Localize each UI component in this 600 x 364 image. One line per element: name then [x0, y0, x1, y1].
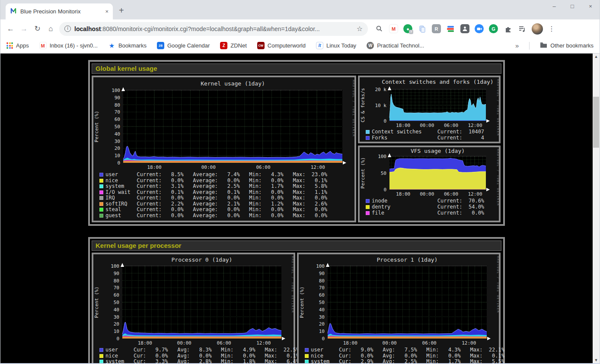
bookmark-computerworld[interactable]: CW Computerworld: [257, 42, 306, 49]
svg-text:Context switches and forks (1: Context switches and forks (1day): [382, 79, 493, 85]
section-title: Kernel usage per processor: [92, 241, 501, 251]
scroll-down-arrow[interactable]: ▼: [593, 358, 600, 362]
omnibox[interactable]: i localhost:8080/monitorix-cgi/monitorix…: [59, 22, 368, 36]
legend-row: Context switches Current: 10407: [366, 129, 484, 135]
svg-text:0: 0: [383, 187, 386, 193]
svg-text:40: 40: [319, 307, 325, 313]
legend-row: softIRQ Current: 2.2% Average: 2.1% Min:…: [99, 201, 327, 207]
svg-text:12:00: 12:00: [256, 340, 271, 346]
other-bookmarks[interactable]: Other bookmarks: [540, 42, 594, 50]
url-text: localhost:8080/monitorix-cgi/monitorix.c…: [74, 25, 353, 32]
maximize-button[interactable]: □: [563, 1, 581, 12]
bookmark-inbox[interactable]: M Inbox (16) - sjvn0...: [39, 42, 98, 49]
chat-badge: ?: [409, 30, 413, 34]
legend-text: nice Current: 0.0% Average: 0.0% Min: 0.…: [105, 178, 327, 184]
bookmark-zdnet[interactable]: Z ZDNet: [220, 42, 247, 49]
bookmark-practical-technology[interactable]: W Practical Technol...: [367, 42, 424, 49]
svg-text:18:00: 18:00: [343, 340, 357, 346]
extension-icons: M ●? R G ⋮: [375, 23, 554, 35]
blue-star-icon: ★: [108, 42, 115, 49]
svg-text:0: 0: [116, 336, 119, 342]
bookmark-label: Linux Today: [326, 42, 356, 49]
folder-icon: [540, 42, 547, 50]
forward-button[interactable]: →: [17, 25, 31, 33]
extensions-puzzle-icon[interactable]: [503, 24, 512, 33]
svg-text:20 k: 20 k: [375, 87, 387, 92]
legend-row: guest Current: 0.0% Average: 0.0% Min: 0…: [99, 213, 327, 219]
svg-text:60: 60: [319, 292, 325, 298]
vertical-scrollbar[interactable]: ▲ ▼: [593, 54, 600, 363]
svg-text:60: 60: [115, 117, 120, 122]
profile-avatar[interactable]: [532, 23, 543, 35]
bookmarks-overflow-chevron[interactable]: »: [515, 42, 519, 49]
grammarly-icon[interactable]: G: [489, 24, 498, 33]
legend-swatch: [99, 214, 103, 218]
account-dark-icon[interactable]: [460, 24, 469, 33]
legend-swatch: [99, 196, 103, 200]
context-switches-graph[interactable]: Context switches and forks (1day)010 k20…: [358, 76, 501, 143]
legend-row: inode Current: 70.6%: [366, 198, 484, 204]
legend-swatch: [99, 208, 103, 212]
bookmark-google-calendar[interactable]: 28 Google Calendar: [157, 42, 210, 49]
tab-title: Blue Precision Monitorix: [20, 8, 102, 15]
processor-0-legend: user Cur: 9.7% Avg: 8.3% Min: 4.9% Max: …: [99, 347, 299, 363]
home-button[interactable]: ⌂: [44, 25, 57, 33]
svg-text:Kernel usage (1day): Kernel usage (1day): [201, 80, 265, 87]
menu-kebab-icon[interactable]: ⋮: [548, 25, 554, 33]
processor-1-graph[interactable]: Processor 1 (1day)0102030405060708090100…: [297, 253, 501, 363]
svg-text:50: 50: [319, 300, 325, 305]
reload-button[interactable]: ↻: [31, 24, 44, 33]
svg-text:RRDTOOL / TOBI OETIKER: RRDTOOL / TOBI OETIKER: [352, 80, 354, 137]
search-icon[interactable]: [375, 24, 384, 33]
zoom-video-icon[interactable]: [475, 24, 484, 33]
books-icon[interactable]: [446, 24, 455, 33]
bookmark-bookmarks[interactable]: ★ Bookmarks: [108, 42, 147, 49]
legend-row: IRQ Current: 0.0% Average: 0.0% Min: 0.0…: [99, 195, 327, 201]
section-title: Global kernel usage: [92, 63, 501, 74]
svg-text:Percent (%): Percent (%): [94, 111, 99, 142]
legend-text: system Current: 3.1% Average: 2.5% Min: …: [105, 184, 327, 190]
svg-text:06:00: 06:00: [256, 165, 270, 170]
svg-text:10: 10: [319, 329, 325, 334]
legend-text: dentry Current: 54.0%: [372, 204, 484, 210]
scrollbar-thumb[interactable]: [593, 97, 599, 148]
new-tab-button[interactable]: +: [119, 6, 124, 16]
legend-text: user Current: 8.5% Average: 7.4% Min: 4.…: [105, 172, 327, 178]
bookmark-apps[interactable]: Apps: [6, 42, 29, 49]
legend-swatch: [99, 348, 103, 352]
legend-row: user Cur: 9.0% Avg: 7.5% Min: 4.3% Max: …: [305, 347, 504, 353]
svg-text:100: 100: [112, 88, 120, 93]
svg-text:RRDTOOL / TOBI OETIKER: RRDTOOL / TOBI OETIKER: [496, 149, 499, 206]
gmail-icon[interactable]: M: [389, 24, 398, 33]
vfs-usage-graph[interactable]: VFS usage (1day)05010018:0000:0006:0012:…: [358, 146, 501, 222]
svg-text:06:00: 06:00: [422, 340, 437, 346]
scroll-up-arrow[interactable]: ▲: [593, 54, 600, 59]
svg-text:50: 50: [114, 300, 119, 305]
chat-help-icon[interactable]: ●?: [403, 24, 412, 33]
page-info-icon[interactable]: i: [64, 25, 71, 32]
tab-close-icon[interactable]: ×: [105, 8, 109, 15]
close-button[interactable]: ×: [581, 1, 600, 12]
monitorix-page: Global kernel usage Kernel usage (1day)0…: [0, 54, 593, 363]
section-kernel-usage-per-processor: Kernel usage per processor Processor 0 (…: [88, 237, 505, 363]
svg-text:06:00: 06:00: [444, 123, 458, 128]
legend-row: user Current: 8.5% Average: 7.4% Min: 4.…: [99, 172, 327, 178]
kernel-usage-graph[interactable]: Kernel usage (1day)010203040506070809010…: [92, 76, 356, 222]
r-extension-icon[interactable]: R: [432, 24, 441, 33]
legend-row: Forks Current: 4: [366, 135, 484, 141]
svg-text:90: 90: [114, 271, 119, 276]
processor-0-graph[interactable]: Processor 0 (1day)0102030405060708090100…: [92, 253, 295, 363]
vfs-usage-legend: inode Current: 70.6%dentry Current: 54.0…: [366, 198, 484, 216]
back-button[interactable]: ←: [4, 25, 17, 33]
bookmark-star-icon[interactable]: ☆: [357, 25, 363, 33]
processor-1-legend: user Cur: 9.0% Avg: 7.5% Min: 4.3% Max: …: [305, 347, 504, 363]
svg-text:80: 80: [115, 102, 120, 108]
bookmark-linux-today[interactable]: lt Linux Today: [316, 42, 356, 49]
browser-tab[interactable]: Blue Precision Monitorix ×: [6, 3, 113, 19]
copy-pages-icon[interactable]: [418, 24, 427, 33]
playlist-music-icon[interactable]: [517, 24, 527, 33]
legend-text: I/O wait Current: 0.1% Average: 0.1% Min…: [105, 190, 327, 196]
minimize-button[interactable]: –: [545, 1, 563, 12]
svg-text:18:00: 18:00: [396, 123, 410, 128]
svg-text:90: 90: [319, 271, 325, 276]
